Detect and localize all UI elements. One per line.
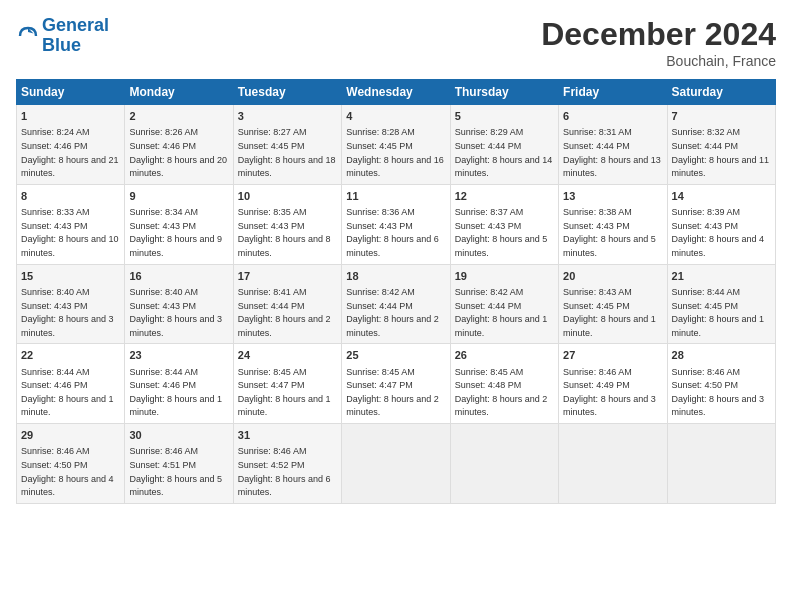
day-info: Sunrise: 8:28 AMSunset: 4:45 PMDaylight:…: [346, 127, 444, 178]
day-number: 1: [21, 109, 120, 124]
day-number: 24: [238, 348, 337, 363]
day-number: 28: [672, 348, 771, 363]
calendar-day-cell: 7Sunrise: 8:32 AMSunset: 4:44 PMDaylight…: [667, 105, 775, 185]
calendar-day-cell: 27Sunrise: 8:46 AMSunset: 4:49 PMDayligh…: [559, 344, 667, 424]
day-info: Sunrise: 8:44 AMSunset: 4:46 PMDaylight:…: [21, 367, 114, 418]
day-info: Sunrise: 8:33 AMSunset: 4:43 PMDaylight:…: [21, 207, 119, 258]
day-number: 10: [238, 189, 337, 204]
calendar-day-cell: [667, 424, 775, 504]
day-number: 20: [563, 269, 662, 284]
day-number: 3: [238, 109, 337, 124]
day-number: 6: [563, 109, 662, 124]
day-number: 14: [672, 189, 771, 204]
day-number: 12: [455, 189, 554, 204]
calendar-day-cell: 29Sunrise: 8:46 AMSunset: 4:50 PMDayligh…: [17, 424, 125, 504]
calendar-day-cell: 5Sunrise: 8:29 AMSunset: 4:44 PMDaylight…: [450, 105, 558, 185]
day-info: Sunrise: 8:37 AMSunset: 4:43 PMDaylight:…: [455, 207, 548, 258]
day-number: 4: [346, 109, 445, 124]
col-saturday: Saturday: [667, 80, 775, 105]
calendar-day-cell: 18Sunrise: 8:42 AMSunset: 4:44 PMDayligh…: [342, 264, 450, 344]
day-info: Sunrise: 8:46 AMSunset: 4:50 PMDaylight:…: [21, 446, 114, 497]
day-info: Sunrise: 8:41 AMSunset: 4:44 PMDaylight:…: [238, 287, 331, 338]
day-info: Sunrise: 8:40 AMSunset: 4:43 PMDaylight:…: [129, 287, 222, 338]
day-info: Sunrise: 8:46 AMSunset: 4:50 PMDaylight:…: [672, 367, 765, 418]
calendar-week-row: 15Sunrise: 8:40 AMSunset: 4:43 PMDayligh…: [17, 264, 776, 344]
day-info: Sunrise: 8:43 AMSunset: 4:45 PMDaylight:…: [563, 287, 656, 338]
col-wednesday: Wednesday: [342, 80, 450, 105]
day-info: Sunrise: 8:42 AMSunset: 4:44 PMDaylight:…: [455, 287, 548, 338]
calendar-day-cell: 21Sunrise: 8:44 AMSunset: 4:45 PMDayligh…: [667, 264, 775, 344]
day-info: Sunrise: 8:45 AMSunset: 4:47 PMDaylight:…: [346, 367, 439, 418]
day-info: Sunrise: 8:34 AMSunset: 4:43 PMDaylight:…: [129, 207, 222, 258]
calendar-day-cell: 10Sunrise: 8:35 AMSunset: 4:43 PMDayligh…: [233, 184, 341, 264]
day-info: Sunrise: 8:46 AMSunset: 4:51 PMDaylight:…: [129, 446, 222, 497]
calendar-day-cell: 9Sunrise: 8:34 AMSunset: 4:43 PMDaylight…: [125, 184, 233, 264]
day-number: 26: [455, 348, 554, 363]
day-info: Sunrise: 8:31 AMSunset: 4:44 PMDaylight:…: [563, 127, 661, 178]
col-tuesday: Tuesday: [233, 80, 341, 105]
calendar-day-cell: 11Sunrise: 8:36 AMSunset: 4:43 PMDayligh…: [342, 184, 450, 264]
day-number: 22: [21, 348, 120, 363]
day-info: Sunrise: 8:35 AMSunset: 4:43 PMDaylight:…: [238, 207, 331, 258]
calendar-day-cell: 1Sunrise: 8:24 AMSunset: 4:46 PMDaylight…: [17, 105, 125, 185]
calendar-day-cell: 25Sunrise: 8:45 AMSunset: 4:47 PMDayligh…: [342, 344, 450, 424]
calendar-day-cell: 19Sunrise: 8:42 AMSunset: 4:44 PMDayligh…: [450, 264, 558, 344]
day-number: 21: [672, 269, 771, 284]
calendar-day-cell: 24Sunrise: 8:45 AMSunset: 4:47 PMDayligh…: [233, 344, 341, 424]
col-sunday: Sunday: [17, 80, 125, 105]
calendar-day-cell: [450, 424, 558, 504]
calendar-container: GeneralBlue December 2024 Bouchain, Fran…: [0, 0, 792, 612]
day-info: Sunrise: 8:44 AMSunset: 4:45 PMDaylight:…: [672, 287, 765, 338]
calendar-header: GeneralBlue December 2024 Bouchain, Fran…: [16, 16, 776, 69]
day-info: Sunrise: 8:24 AMSunset: 4:46 PMDaylight:…: [21, 127, 119, 178]
calendar-day-cell: 3Sunrise: 8:27 AMSunset: 4:45 PMDaylight…: [233, 105, 341, 185]
day-info: Sunrise: 8:39 AMSunset: 4:43 PMDaylight:…: [672, 207, 765, 258]
day-number: 8: [21, 189, 120, 204]
day-number: 29: [21, 428, 120, 443]
day-number: 11: [346, 189, 445, 204]
day-info: Sunrise: 8:29 AMSunset: 4:44 PMDaylight:…: [455, 127, 553, 178]
day-info: Sunrise: 8:27 AMSunset: 4:45 PMDaylight:…: [238, 127, 336, 178]
day-number: 5: [455, 109, 554, 124]
calendar-day-cell: 4Sunrise: 8:28 AMSunset: 4:45 PMDaylight…: [342, 105, 450, 185]
day-info: Sunrise: 8:26 AMSunset: 4:46 PMDaylight:…: [129, 127, 227, 178]
col-friday: Friday: [559, 80, 667, 105]
calendar-day-cell: 30Sunrise: 8:46 AMSunset: 4:51 PMDayligh…: [125, 424, 233, 504]
day-info: Sunrise: 8:32 AMSunset: 4:44 PMDaylight:…: [672, 127, 770, 178]
calendar-day-cell: 14Sunrise: 8:39 AMSunset: 4:43 PMDayligh…: [667, 184, 775, 264]
day-number: 23: [129, 348, 228, 363]
calendar-week-row: 29Sunrise: 8:46 AMSunset: 4:50 PMDayligh…: [17, 424, 776, 504]
title-block: December 2024 Bouchain, France: [541, 16, 776, 69]
day-info: Sunrise: 8:36 AMSunset: 4:43 PMDaylight:…: [346, 207, 439, 258]
calendar-day-cell: 8Sunrise: 8:33 AMSunset: 4:43 PMDaylight…: [17, 184, 125, 264]
calendar-day-cell: 26Sunrise: 8:45 AMSunset: 4:48 PMDayligh…: [450, 344, 558, 424]
calendar-header-row: Sunday Monday Tuesday Wednesday Thursday…: [17, 80, 776, 105]
day-info: Sunrise: 8:46 AMSunset: 4:52 PMDaylight:…: [238, 446, 331, 497]
calendar-day-cell: 28Sunrise: 8:46 AMSunset: 4:50 PMDayligh…: [667, 344, 775, 424]
calendar-day-cell: 13Sunrise: 8:38 AMSunset: 4:43 PMDayligh…: [559, 184, 667, 264]
logo: GeneralBlue: [16, 16, 109, 56]
day-number: 2: [129, 109, 228, 124]
calendar-day-cell: [342, 424, 450, 504]
location-title: Bouchain, France: [541, 53, 776, 69]
day-number: 27: [563, 348, 662, 363]
calendar-day-cell: 2Sunrise: 8:26 AMSunset: 4:46 PMDaylight…: [125, 105, 233, 185]
calendar-day-cell: [559, 424, 667, 504]
day-number: 16: [129, 269, 228, 284]
day-number: 19: [455, 269, 554, 284]
day-info: Sunrise: 8:46 AMSunset: 4:49 PMDaylight:…: [563, 367, 656, 418]
day-number: 9: [129, 189, 228, 204]
calendar-week-row: 22Sunrise: 8:44 AMSunset: 4:46 PMDayligh…: [17, 344, 776, 424]
day-number: 31: [238, 428, 337, 443]
day-info: Sunrise: 8:44 AMSunset: 4:46 PMDaylight:…: [129, 367, 222, 418]
calendar-day-cell: 31Sunrise: 8:46 AMSunset: 4:52 PMDayligh…: [233, 424, 341, 504]
day-info: Sunrise: 8:45 AMSunset: 4:48 PMDaylight:…: [455, 367, 548, 418]
day-info: Sunrise: 8:45 AMSunset: 4:47 PMDaylight:…: [238, 367, 331, 418]
col-monday: Monday: [125, 80, 233, 105]
calendar-week-row: 1Sunrise: 8:24 AMSunset: 4:46 PMDaylight…: [17, 105, 776, 185]
day-number: 25: [346, 348, 445, 363]
calendar-day-cell: 17Sunrise: 8:41 AMSunset: 4:44 PMDayligh…: [233, 264, 341, 344]
calendar-day-cell: 23Sunrise: 8:44 AMSunset: 4:46 PMDayligh…: [125, 344, 233, 424]
calendar-week-row: 8Sunrise: 8:33 AMSunset: 4:43 PMDaylight…: [17, 184, 776, 264]
day-number: 30: [129, 428, 228, 443]
